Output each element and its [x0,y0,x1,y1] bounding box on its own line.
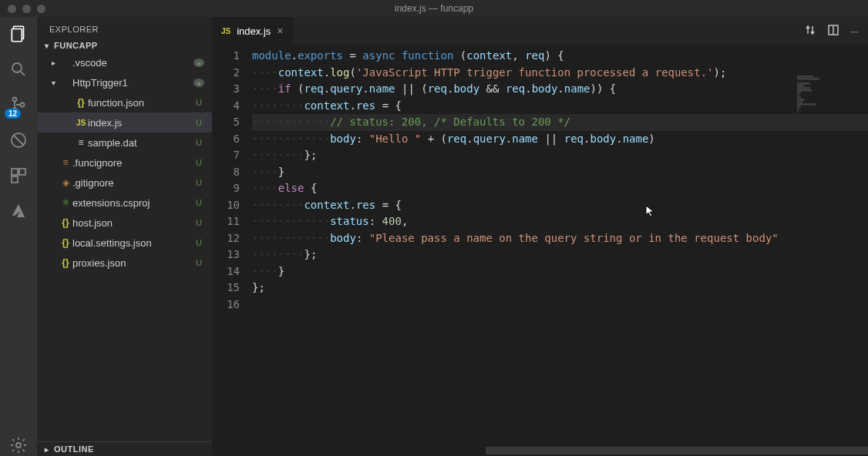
horizontal-scrollbar[interactable] [486,447,868,454]
file-icon: ⚛ [59,197,72,208]
svg-rect-9 [12,169,18,175]
close-window-icon[interactable] [8,5,16,13]
explorer-title: EXPLORER [37,17,212,39]
file-tree-item[interactable]: ≡sample.datU [37,132,212,153]
file-tree-item[interactable]: ▸.vscode● [37,52,212,72]
svg-line-3 [21,72,25,75]
git-status: ● [193,79,204,87]
git-status: U [193,218,204,227]
git-status: U [193,258,204,267]
chevron-down-icon: ▾ [43,42,51,50]
file-tree: ▸.vscode●▾HttpTrigger1●{}function.jsonUJ… [37,52,212,441]
file-icon: ≡ [74,137,88,148]
tab-label: index.js [237,25,271,37]
svg-point-12 [16,443,21,448]
git-status: U [193,158,204,167]
file-label: host.json [72,217,193,229]
compare-icon[interactable] [804,24,816,39]
editor-area: JS index.js × ··· 1234567891011121314151… [212,17,868,456]
twist-icon: ▸ [48,59,59,67]
file-icon: ◈ [59,177,72,188]
file-icon: JS [74,119,88,127]
file-label: .gitignore [72,177,193,189]
git-status: U [193,198,204,207]
project-name: FUNCAPP [54,41,98,50]
file-label: extensions.csproj [72,197,193,209]
git-status: ● [193,59,204,67]
file-label: proxies.json [72,257,193,269]
title-bar: index.js — funcapp [0,0,868,17]
azure-icon[interactable] [8,200,29,222]
outline-label: OUTLINE [54,444,94,454]
more-actions-icon[interactable]: ··· [850,25,859,37]
chevron-right-icon: ▸ [43,445,51,454]
file-tree-item[interactable]: {}function.jsonU [37,92,212,112]
line-numbers: 12345678910111213141516 [212,45,252,456]
close-tab-icon[interactable]: × [277,25,283,37]
file-tree-item[interactable]: ◈.gitignoreU [37,173,212,193]
js-icon: JS [221,27,230,35]
file-tree-item[interactable]: {}proxies.jsonU [37,253,212,273]
svg-rect-10 [19,169,25,175]
file-tree-item[interactable]: {}host.jsonU [37,213,212,233]
svg-rect-1 [12,29,22,42]
file-label: local.settings.json [72,237,193,249]
git-status: U [193,178,204,187]
svg-point-6 [21,103,25,107]
sidebar: EXPLORER ▾ FUNCAPP ▸.vscode●▾HttpTrigger… [37,17,212,456]
git-status: U [193,118,204,127]
minimap[interactable]: ████████████████████████████████████████… [797,75,859,129]
debug-icon[interactable] [8,129,29,151]
file-tree-item[interactable]: ▾HttpTrigger1● [37,72,212,92]
search-icon[interactable] [8,59,29,80]
scm-badge: 12 [5,109,21,119]
editor-actions: ··· [804,17,868,45]
tab-index-js[interactable]: JS index.js × [212,17,294,45]
git-status: U [193,238,204,247]
file-label: .funcignore [72,157,193,169]
file-label: sample.dat [88,137,193,149]
window-controls[interactable] [0,5,45,13]
file-icon: {} [59,257,72,268]
file-icon: {} [59,217,72,228]
maximize-window-icon[interactable] [37,5,45,13]
file-icon: {} [59,237,72,248]
file-tree-item[interactable]: JSindex.jsU [37,112,212,132]
file-label: index.js [88,117,193,129]
file-label: HttpTrigger1 [72,77,193,89]
explorer-icon[interactable] [8,23,29,45]
file-label: .vscode [72,57,193,69]
settings-gear-icon[interactable] [8,434,29,456]
code-editor[interactable]: 12345678910111213141516 module.exports =… [212,45,868,456]
twist-icon: ▾ [48,79,59,87]
svg-point-4 [13,98,17,102]
split-editor-icon[interactable] [827,24,839,39]
svg-point-2 [12,63,22,72]
file-tree-item[interactable]: {}local.settings.jsonU [37,233,212,253]
extensions-icon[interactable] [8,165,29,186]
git-status: U [193,98,204,107]
svg-line-8 [14,136,23,145]
outline-header[interactable]: ▸ OUTLINE [37,441,212,456]
activity-bar: 12 [0,17,37,456]
file-tree-item[interactable]: ≡.funcignoreU [37,153,212,173]
window-title: index.js — funcapp [395,3,473,14]
file-icon: ≡ [59,157,72,168]
source-control-icon[interactable]: 12 [8,94,29,116]
tab-bar: JS index.js × ··· [212,17,868,45]
code-lines[interactable]: module.exports = async function (context… [252,45,868,456]
svg-rect-11 [12,176,18,183]
project-header[interactable]: ▾ FUNCAPP [37,39,212,52]
minimize-window-icon[interactable] [22,5,31,13]
file-icon: {} [74,97,88,108]
file-label: function.json [88,97,193,109]
file-tree-item[interactable]: ⚛extensions.csprojU [37,193,212,213]
git-status: U [193,138,204,147]
